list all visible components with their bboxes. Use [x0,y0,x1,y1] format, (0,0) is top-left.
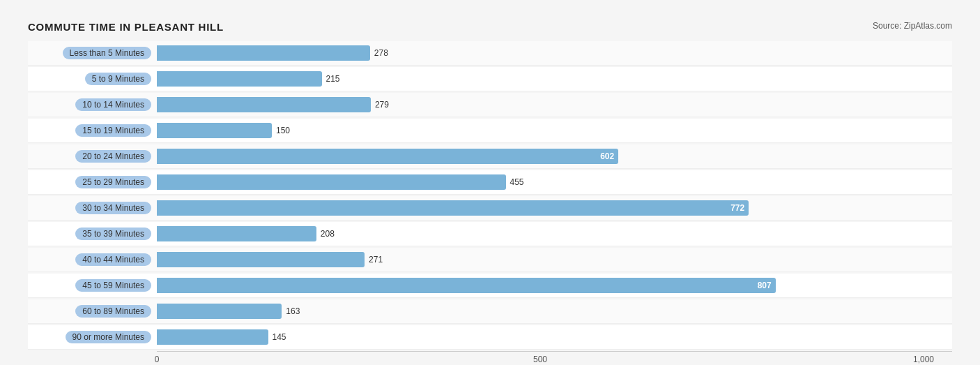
bar [157,174,506,190]
table-row: 10 to 14 Minutes279 [28,93,952,117]
bar-area: 602 [157,147,952,165]
bar-value: 271 [369,255,383,265]
bar-area: 208 [157,225,952,243]
table-row: 30 to 34 Minutes772 [28,196,952,221]
chart-header: COMMUTE TIME IN PLEASANT HILL Source: Zi… [28,21,952,33]
bar-label: 35 to 39 Minutes [28,228,157,240]
table-row: 20 to 24 Minutes602 [28,144,952,169]
bar-area: 278 [157,44,952,62]
table-row: 60 to 89 Minutes163 [28,299,952,324]
bar [157,226,316,241]
bar-label: 90 or more Minutes [28,331,157,343]
x-axis-tick: 500 [533,355,547,364]
bar [157,123,272,138]
chart-body: Less than 5 Minutes2785 to 9 Minutes2151… [28,41,952,350]
table-row: 45 to 59 Minutes807 [28,274,952,298]
bar-label: 20 to 24 Minutes [28,150,157,163]
bar-label: 60 to 89 Minutes [28,305,157,318]
bar [157,45,370,61]
bar-label: 40 to 44 Minutes [28,253,157,266]
bar-area: 807 [157,276,952,295]
bar [157,329,268,345]
table-row: 5 to 9 Minutes215 [28,67,952,91]
table-row: 35 to 39 Minutes208 [28,222,952,246]
x-axis-tick: 1,000 [913,355,934,364]
bar-area: 455 [157,173,952,191]
bar: 602 [157,149,618,164]
chart-container: COMMUTE TIME IN PLEASANT HILL Source: Zi… [14,14,966,365]
chart-title: COMMUTE TIME IN PLEASANT HILL [28,21,224,33]
bar-label: 10 to 14 Minutes [28,98,157,111]
bar-area: 215 [157,70,952,88]
bar-value: 772 [730,203,744,213]
x-axis: 05001,000 [157,351,952,365]
bar: 772 [157,200,749,216]
bar-area: 145 [157,328,952,346]
bar-area: 279 [157,96,952,114]
bar-label: Less than 5 Minutes [28,47,157,59]
bar-value: 145 [273,332,286,342]
bar-value: 208 [321,229,335,239]
bar-value: 807 [758,281,772,290]
x-axis-tick: 0 [155,355,160,364]
bar-label: 45 to 59 Minutes [28,279,157,292]
bar-value: 279 [375,100,389,110]
bar-area: 271 [157,251,952,269]
bar-label: 30 to 34 Minutes [28,202,157,214]
bar [157,304,282,319]
bar-value: 215 [326,74,340,84]
bar-label: 25 to 29 Minutes [28,176,157,188]
table-row: 15 to 19 Minutes150 [28,119,952,143]
bar-area: 772 [157,199,952,217]
bar-label: 5 to 9 Minutes [28,73,157,85]
table-row: 40 to 44 Minutes271 [28,248,952,272]
chart-source: Source: ZipAtlas.com [873,21,952,31]
bar [157,97,371,112]
table-row: 25 to 29 Minutes455 [28,170,952,195]
bar-value: 278 [374,48,388,58]
bar-value: 602 [600,151,614,161]
bar-value: 150 [276,126,290,135]
bar-area: 163 [157,302,952,320]
bar [157,71,322,87]
bar [157,252,365,267]
table-row: Less than 5 Minutes278 [28,41,952,66]
bar-value: 163 [286,306,300,316]
bar-area: 150 [157,121,952,140]
table-row: 90 or more Minutes145 [28,325,952,350]
bar-label: 15 to 19 Minutes [28,124,157,137]
bar: 807 [157,278,776,293]
bar-value: 455 [510,177,524,187]
